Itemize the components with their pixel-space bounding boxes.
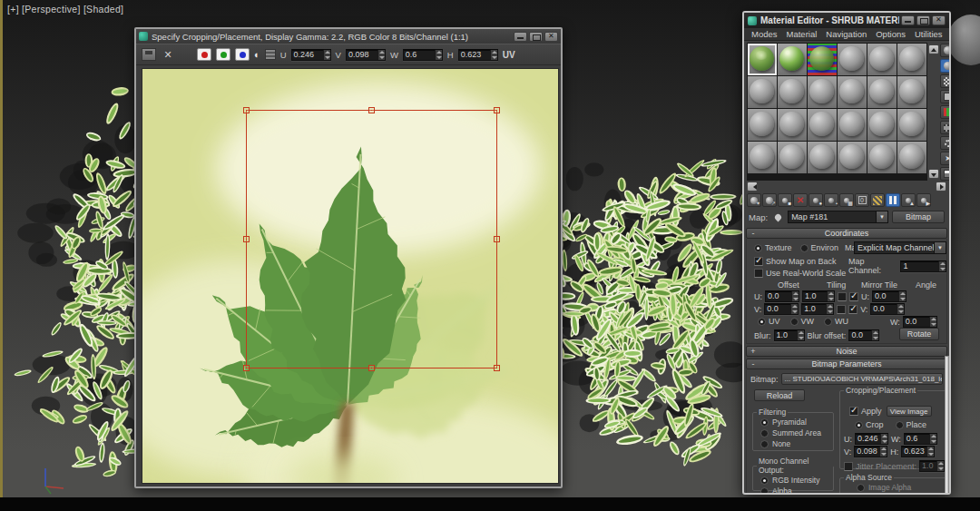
spinner[interactable] xyxy=(926,447,934,457)
show-map-on-back-checkbox[interactable] xyxy=(754,257,763,266)
material-slot[interactable] xyxy=(778,44,807,75)
material-slot[interactable] xyxy=(808,142,837,173)
angle-u-field[interactable]: 0.0 xyxy=(872,290,906,302)
material-slot[interactable] xyxy=(838,76,867,108)
material-slot[interactable] xyxy=(897,142,926,173)
crop-w-field[interactable]: 0.6 xyxy=(403,49,443,61)
spinner-down-icon[interactable] xyxy=(939,266,946,271)
make-material-copy-icon[interactable]: ● xyxy=(808,193,823,207)
map-channel-field[interactable]: 1 xyxy=(900,260,946,272)
spinner-down-icon[interactable] xyxy=(828,297,834,302)
tiling-u-field[interactable]: 1.0 xyxy=(802,290,835,302)
go-forward-sibling-icon[interactable]: ▶ xyxy=(916,193,931,207)
scroll-down-icon[interactable] xyxy=(928,169,939,179)
spinner[interactable] xyxy=(377,50,385,60)
jitter-field[interactable]: 1.0 xyxy=(919,460,945,472)
spinner[interactable] xyxy=(797,330,804,340)
bitmap-path-button[interactable]: ... STUDIO\JACOBICH VR\MAPS\Arch31_018_l… xyxy=(781,373,943,385)
angle-w-field[interactable]: 0.0 xyxy=(903,316,937,328)
material-slot[interactable] xyxy=(808,44,837,75)
material-editor-titlebar[interactable]: Material Editor - SHRUB MATERIAL xyxy=(744,13,949,28)
tiling-v-field[interactable]: 1.0 xyxy=(801,303,834,315)
bitmap-parameters-header[interactable]: - Bitmap Parameters xyxy=(746,359,947,369)
save-image-icon[interactable] xyxy=(142,48,156,61)
material-slot[interactable] xyxy=(897,76,926,108)
crop-handle[interactable] xyxy=(368,365,375,371)
crop-handle[interactable] xyxy=(243,365,250,371)
material-slot[interactable] xyxy=(748,76,777,108)
eyedropper-icon[interactable] xyxy=(773,212,782,221)
maximize-button[interactable] xyxy=(916,15,930,25)
texture-radio[interactable] xyxy=(754,244,762,252)
crop-h-field[interactable]: 0.623 xyxy=(458,49,498,61)
show-map-in-viewport-icon[interactable] xyxy=(886,193,900,207)
spinner-down-icon[interactable] xyxy=(378,54,385,60)
spinner-down-icon[interactable] xyxy=(937,467,944,472)
crop-v-field[interactable]: 0.098 xyxy=(346,49,386,61)
spinner-down-icon[interactable] xyxy=(880,452,887,457)
jitter-placement-checkbox[interactable] xyxy=(844,462,853,471)
spinner-down-icon[interactable] xyxy=(791,310,798,315)
viewport-label[interactable]: [+] [Perspective] [Shaded] xyxy=(7,4,123,15)
spinner[interactable] xyxy=(938,261,946,271)
reset-map-icon[interactable]: ✕ xyxy=(793,193,808,207)
spinner[interactable] xyxy=(791,291,799,301)
put-to-library-icon[interactable]: ▩ xyxy=(839,193,854,207)
backlight-icon[interactable] xyxy=(940,59,951,73)
pyramidal-radio[interactable] xyxy=(760,418,769,427)
spinner[interactable] xyxy=(897,304,904,314)
offset-u-field[interactable]: 0.0 xyxy=(765,290,799,302)
crop-handle[interactable] xyxy=(243,107,250,113)
material-slot[interactable] xyxy=(897,109,926,141)
spinner[interactable] xyxy=(490,50,497,60)
crop-window-titlebar[interactable]: Specify Cropping/Placement, Display Gamm… xyxy=(136,29,561,44)
material-slot[interactable] xyxy=(867,76,897,108)
scroll-right-icon[interactable] xyxy=(936,182,946,192)
spinner[interactable] xyxy=(827,291,834,301)
spinner[interactable] xyxy=(880,434,887,444)
material-slot[interactable] xyxy=(897,44,926,75)
collapse-icon[interactable]: - xyxy=(747,229,760,238)
menu-navigation[interactable]: Navigation xyxy=(826,29,867,39)
material-map-navigator-icon[interactable] xyxy=(940,167,951,181)
none-filtering-radio[interactable] xyxy=(760,440,769,448)
material-slot[interactable] xyxy=(867,142,897,173)
blue-channel-button[interactable] xyxy=(235,48,250,61)
spinner-down-icon[interactable] xyxy=(798,336,804,341)
crop-handle[interactable] xyxy=(368,107,375,113)
crop-handle[interactable] xyxy=(494,365,500,371)
minimize-button[interactable] xyxy=(901,15,915,25)
rotate-button[interactable]: Rotate xyxy=(899,328,939,340)
spinner-down-icon[interactable] xyxy=(436,54,442,60)
spinner-down-icon[interactable] xyxy=(491,54,497,60)
spinner[interactable] xyxy=(435,50,442,60)
mapping-dropdown[interactable]: Explicit Map Channel ▼ xyxy=(854,241,946,254)
map-name-dropdown[interactable]: Map #181 ▼ xyxy=(788,211,888,223)
material-slot[interactable] xyxy=(748,109,777,141)
select-by-material-icon[interactable]: ➤ xyxy=(940,152,951,165)
tile-v-checkbox[interactable] xyxy=(848,305,858,314)
bitmap-preview[interactable] xyxy=(142,68,559,484)
blur-offset-field[interactable]: 0.0 xyxy=(848,329,879,341)
material-slot[interactable] xyxy=(867,44,897,75)
place-radio[interactable] xyxy=(896,421,904,429)
material-slot[interactable] xyxy=(838,142,867,173)
spinner-down-icon[interactable] xyxy=(899,297,906,302)
menu-utilities[interactable]: Utilities xyxy=(915,29,943,39)
spinner[interactable] xyxy=(826,304,833,314)
spinner[interactable] xyxy=(898,291,906,301)
material-slot[interactable] xyxy=(778,109,807,141)
minimize-button[interactable] xyxy=(514,32,527,42)
close-button[interactable] xyxy=(544,32,558,42)
close-button[interactable] xyxy=(932,15,946,25)
map-type-button[interactable]: Bitmap xyxy=(892,211,945,223)
spinner[interactable] xyxy=(936,461,944,471)
spinner[interactable] xyxy=(790,304,798,314)
maximize-button[interactable] xyxy=(529,32,543,42)
angle-v-field[interactable]: 0.0 xyxy=(870,303,905,315)
menu-modes[interactable]: Modes xyxy=(751,29,778,39)
material-slot[interactable] xyxy=(838,109,867,141)
crop-radio[interactable] xyxy=(855,421,863,429)
menu-material[interactable]: Material xyxy=(787,29,818,39)
material-slot[interactable] xyxy=(748,44,777,75)
